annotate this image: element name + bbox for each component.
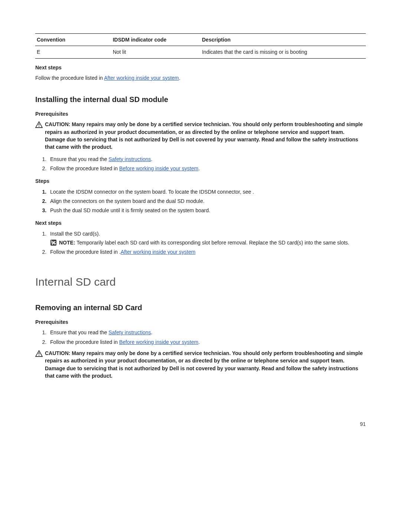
text: . — [179, 75, 180, 81]
text: Ensure that you read the — [50, 156, 108, 162]
th-description: Description — [200, 34, 366, 46]
caution-text: Many repairs may only be done by a certi… — [45, 121, 363, 150]
text: . — [198, 339, 200, 345]
text: Follow the procedure listed in . — [50, 249, 121, 255]
prereq-list-1: Ensure that you read the Safety instruct… — [35, 155, 366, 173]
th-code: IDSDM indicator code — [111, 34, 200, 46]
caution-text: Many repairs may only be done by a certi… — [45, 350, 363, 379]
list-item: Push the dual SD module until it is firm… — [48, 207, 366, 214]
note-icon — [50, 239, 59, 246]
safety-instructions-link[interactable]: Safety instructions — [108, 156, 151, 162]
after-working-link[interactable]: After working inside your system — [104, 75, 179, 81]
svg-point-4 — [54, 243, 56, 245]
caution-callout-1: CAUTION: Many repairs may only be done b… — [35, 121, 366, 151]
install-heading: Installing the internal dual SD module — [35, 94, 366, 105]
next-steps-line-1: Follow the procedure listed in After wor… — [35, 74, 366, 82]
internal-sd-heading: Internal SD card — [35, 274, 366, 290]
text: Follow the procedure listed in — [35, 75, 104, 81]
caution-body: CAUTION: Many repairs may only be done b… — [45, 121, 366, 151]
td-convention: E — [35, 46, 111, 58]
svg-rect-7 — [39, 355, 39, 356]
list-item: Follow the procedure listed in Before wo… — [48, 165, 366, 172]
list-item: Ensure that you read the Safety instruct… — [48, 329, 366, 336]
text: Follow the procedure listed in — [50, 339, 119, 345]
table-row: E Not lit Indicates that the card is mis… — [35, 46, 366, 58]
list-item: Align the connectors on the system board… — [48, 197, 366, 205]
list-item: Follow the procedure listed in Before wo… — [48, 338, 366, 346]
safety-instructions-link-2[interactable]: Safety instructions — [108, 329, 151, 335]
prereq-list-2: Ensure that you read the Safety instruct… — [35, 329, 366, 346]
caution-label: CAUTION: — [45, 121, 72, 127]
caution-label: CAUTION: — [45, 350, 72, 356]
before-working-link[interactable]: Before working inside your system — [119, 165, 198, 171]
caution-body: CAUTION: Many repairs may only be done b… — [45, 349, 366, 380]
prerequisites-heading-1: Prerequisites — [35, 110, 366, 118]
removing-sd-heading: Removing an internal SD Card — [35, 302, 366, 313]
table-header-row: Convention IDSDM indicator code Descript… — [35, 34, 366, 46]
list-item: Follow the procedure listed in .After wo… — [48, 248, 366, 256]
svg-rect-1 — [39, 124, 39, 125]
note-label: NOTE: — [59, 240, 75, 246]
text: . — [198, 165, 200, 171]
text: Install the SD card(s). — [50, 231, 100, 237]
svg-rect-2 — [39, 126, 39, 127]
th-convention: Convention — [35, 34, 111, 46]
note-text: Temporarily label each SD card with its … — [75, 240, 349, 246]
after-working-link-2[interactable]: After working inside your system — [121, 249, 196, 255]
list-item: Install the SD card(s). NOTE: Temporaril… — [48, 230, 366, 247]
svg-rect-6 — [39, 352, 39, 354]
td-description: Indicates that the card is missing or is… — [200, 46, 366, 58]
list-item: Locate the IDSDM connector on the system… — [48, 188, 366, 196]
td-code: Not lit — [111, 46, 200, 58]
note-body: NOTE: Temporarily label each SD card wit… — [59, 239, 366, 246]
steps-list: Locate the IDSDM connector on the system… — [35, 188, 366, 214]
idsm-table: Convention IDSDM indicator code Descript… — [35, 33, 366, 59]
note-callout: NOTE: Temporarily label each SD card wit… — [50, 239, 366, 246]
text: . — [151, 156, 153, 162]
steps-heading: Steps — [35, 177, 366, 185]
list-item: Ensure that you read the Safety instruct… — [48, 155, 366, 163]
before-working-link-2[interactable]: Before working inside your system — [119, 339, 198, 345]
prerequisites-heading-2: Prerequisites — [35, 318, 366, 326]
next-steps-list: Install the SD card(s). NOTE: Temporaril… — [35, 230, 366, 256]
page-number: 91 — [35, 420, 366, 428]
caution-icon — [35, 121, 45, 128]
caution-callout-2: CAUTION: Many repairs may only be done b… — [35, 349, 366, 380]
text: . — [151, 329, 153, 335]
caution-icon — [35, 350, 45, 357]
next-steps-heading-1: Next steps — [35, 64, 366, 71]
text: Ensure that you read the — [50, 329, 108, 335]
next-steps-heading-2: Next steps — [35, 219, 366, 227]
text: Follow the procedure listed in — [50, 165, 119, 171]
